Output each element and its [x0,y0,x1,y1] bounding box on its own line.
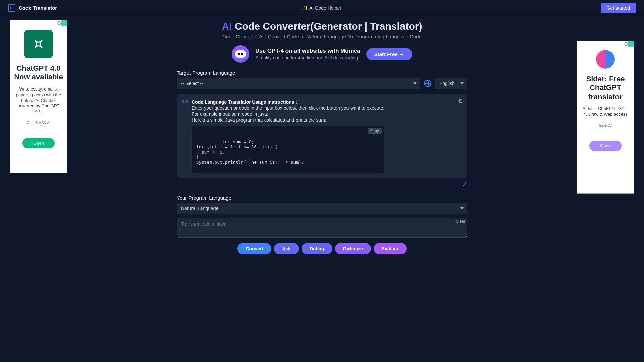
logo-icon [8,4,15,12]
your-language-label: Your Program Language [177,195,467,201]
promo-title: Use GPT-4 on all websites with Monica [255,48,360,54]
promo-start-button[interactable]: Start Free → [366,48,412,60]
target-language-label: Target Program Language [177,70,467,76]
action-buttons: Convert Ask Debug Optimize Explain [177,243,467,254]
brand-name: Code Translator [19,5,57,11]
instructions-line1: Enter your question or code in the input… [192,105,384,111]
instructions-line3: Here's a simple Java program that calcul… [192,117,384,123]
page-title: AI Code Converter(Generator | Translator… [177,21,467,32]
ad-info-icon[interactable]: ⓘ [623,41,628,47]
ad-info-icon[interactable]: ⓘ [56,20,61,26]
instructions-line2: For example input: sum code in java; [192,111,384,117]
header: Code Translator ✨ AI Code Helper Get sta… [0,0,644,16]
header-subtitle[interactable]: ✨ AI Code Helper [303,5,341,11]
copy-icon[interactable] [458,99,463,103]
ad-close-icon[interactable] [628,41,634,47]
target-row: -- Select -- English [177,78,467,89]
get-started-button[interactable]: Get started [601,3,636,13]
ad-close-icon[interactable] [61,20,67,26]
explain-button[interactable]: Explain [374,243,407,254]
ad-left-open-button[interactable]: Open [22,138,55,148]
ask-button[interactable]: Ask [274,243,299,254]
main-content: AI Code Converter(Generator | Translator… [177,16,467,254]
ad-left-title: ChatGPT 4.0 Now available [14,64,63,82]
debug-button[interactable]: Debug [302,243,332,254]
example-code: int sum = 0; for (int i = 1; i <= 10; i+… [196,139,304,165]
instructions-card: Code Language Translator Usage instructi… [177,94,467,178]
target-language-select[interactable]: -- Select -- [177,78,420,89]
code-icon [182,99,188,105]
ad-left-logo-icon [24,30,53,58]
code-input[interactable] [177,218,467,238]
ad-left[interactable]: ⓘ ChatGPT 4.0 Now available Write essay,… [10,20,67,173]
ad-left-desc: Write essay, emails, papers, poems with … [14,86,63,115]
convert-button[interactable]: Convert [237,243,271,254]
title-ai: AI [222,21,232,32]
promo-subtitle: Simplify code understanding and API doc … [255,55,360,60]
edit-icon[interactable] [462,181,467,186]
page-subtitle: Code Converter AI | Convert Code or Natu… [177,34,467,39]
instructions-heading: Code Language Translator Usage instructi… [192,99,294,105]
copy-code-button[interactable]: Copy [368,128,382,134]
ad-right-title: Sider: Free ChatGPT translator [581,75,630,101]
promo-bar: Use GPT-4 on all websites with Monica Si… [177,45,467,63]
output-language-select[interactable]: English [435,78,467,89]
globe-icon[interactable] [424,79,432,87]
ad-right-logo-icon [596,50,615,69]
optimize-button[interactable]: Optimize [335,243,371,254]
svg-rect-1 [460,100,462,103]
ad-right-sub: Sider.AI [581,123,630,127]
ad-right-desc: Sider -- ChatGPT, GPT-4, Draw & Web acce… [581,106,630,117]
promo-logo-icon [232,45,249,63]
title-rest: Code Converter(Generator | Translator) [232,21,422,32]
ad-right-open-button[interactable]: Open [589,141,622,151]
clear-button[interactable]: Clear [455,219,465,224]
ad-left-sub: Chat & ASK AI [14,121,63,125]
example-code-block: Copy int sum = 0; for (int i = 1; i <= 1… [192,126,384,173]
ad-right[interactable]: ⓘ Sider: Free ChatGPT translator Sider -… [577,41,634,194]
your-language-select[interactable]: Natural Language [177,203,467,214]
